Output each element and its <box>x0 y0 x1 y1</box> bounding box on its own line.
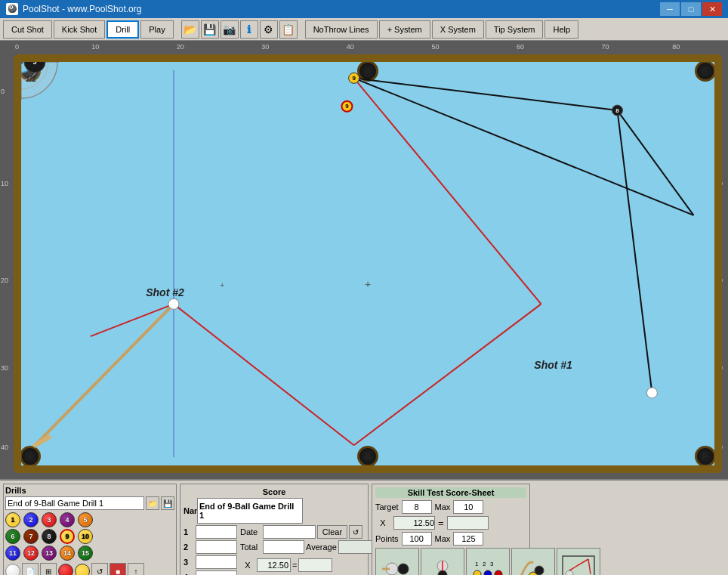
score-num-3: 3 <box>184 558 194 567</box>
config-btn[interactable]: 📄 <box>22 563 39 575</box>
score-input-4[interactable] <box>196 570 237 575</box>
color-btn[interactable]: ■ <box>110 563 126 575</box>
import-icon[interactable]: 📋 <box>279 20 298 39</box>
svg-text:+: + <box>220 281 224 289</box>
refresh-score-btn[interactable]: ↺ <box>349 525 362 539</box>
nothrow-button[interactable]: NoThrow Lines <box>305 20 378 39</box>
score-numbers: 1 2 3 4 5 <box>184 525 237 575</box>
score-input-3[interactable] <box>196 555 237 569</box>
skill-result-input <box>447 516 489 530</box>
svg-text:9: 9 <box>352 75 356 82</box>
ball-11[interactable]: 11 <box>5 546 20 561</box>
ball-7[interactable]: 7 <box>23 529 39 544</box>
drills-folder-btn[interactable]: 📁 <box>146 496 159 510</box>
score-name-field[interactable]: End of 9-Ball Game Drill 1 <box>197 498 303 524</box>
svg-point-46 <box>474 570 481 576</box>
score-input-1[interactable] <box>196 525 237 539</box>
points-row: Points Max <box>375 532 526 546</box>
score-title: Score <box>184 487 365 496</box>
drill-order[interactable]: 1 2 3 Order <box>466 548 510 575</box>
target-label: Target <box>375 502 399 512</box>
svg-text:1/2: 1/2 <box>26 75 36 83</box>
points-input[interactable] <box>402 532 432 546</box>
equals-label: = <box>292 561 297 570</box>
ball-red[interactable] <box>58 564 73 575</box>
total-input[interactable] <box>263 540 304 554</box>
info-icon[interactable]: ℹ <box>240 20 258 39</box>
camera-icon[interactable]: 📷 <box>221 20 239 39</box>
drill-scratch[interactable]: Scratch <box>421 548 464 575</box>
ball-4[interactable]: 4 <box>60 512 75 527</box>
clear-button[interactable]: Clear <box>317 525 347 539</box>
ruler-left: 0 10 20 30 40 <box>0 54 14 473</box>
pool-table[interactable]: A C D F B E <box>14 54 722 473</box>
help-button[interactable]: Help <box>544 20 578 39</box>
ruler-num-50: 50 <box>431 43 439 51</box>
settings-icon[interactable]: ⚙ <box>260 20 278 39</box>
main-table-area[interactable]: 0 10 20 30 40 50 60 70 80 0 10 20 30 40 … <box>0 41 728 479</box>
drills-name-row: 📁 💾 <box>5 496 174 510</box>
svg-line-9 <box>35 304 174 445</box>
x-skill-input[interactable] <box>393 516 435 530</box>
ball-3[interactable]: 3 <box>42 512 57 527</box>
refresh-btn[interactable]: ↺ <box>91 563 108 575</box>
svg-text:1: 1 <box>475 561 479 567</box>
ball-yellow[interactable] <box>75 564 90 575</box>
shot2-label: Shot #2 <box>146 286 184 298</box>
svg-point-50 <box>535 566 544 575</box>
plus-system-button[interactable]: + System <box>379 20 430 39</box>
ruler-v-0: 0 <box>1 88 5 95</box>
arrow-btn[interactable]: ↑ <box>128 563 144 575</box>
tip-system-button[interactable]: Tip System <box>486 20 544 39</box>
ball-12[interactable]: 12 <box>23 546 39 561</box>
date-label: Date <box>240 527 261 536</box>
points-max-input[interactable] <box>453 532 483 546</box>
drill-bankshot[interactable]: BankShot <box>557 548 600 575</box>
open-icon[interactable]: 📂 <box>181 20 199 39</box>
target-input[interactable] <box>402 500 432 514</box>
ball-13[interactable]: 13 <box>42 546 57 561</box>
ball-2[interactable]: 2 <box>23 512 39 527</box>
drills-save-btn[interactable]: 💾 <box>161 496 174 510</box>
cut-shot-button[interactable]: Cut Shot <box>3 20 52 39</box>
save-icon[interactable]: 💾 <box>201 20 219 39</box>
drill-qbinhand[interactable]: QBinHand <box>375 548 419 575</box>
date-input[interactable] <box>263 525 316 539</box>
score-input-2[interactable] <box>196 540 237 554</box>
max-input[interactable] <box>453 500 483 514</box>
bottom-panel: Drills 📁 💾 1 2 3 4 5 6 7 8 9 10 11 12 13… <box>0 479 728 575</box>
total-label: Total <box>240 543 261 552</box>
maximize-button[interactable]: □ <box>681 2 701 16</box>
x-skill-label: X <box>375 518 390 527</box>
x-system-button[interactable]: X System <box>432 20 484 39</box>
minimize-button[interactable]: ─ <box>660 2 680 16</box>
close-button[interactable]: ✕ <box>702 2 722 16</box>
ball-5[interactable]: 5 <box>78 512 93 527</box>
ruler-num-40: 40 <box>347 43 354 51</box>
x-multiplier-input[interactable] <box>257 558 291 572</box>
ball-10[interactable]: 10 <box>78 529 93 544</box>
x-result-input <box>298 558 332 572</box>
grid-btn[interactable]: ⊞ <box>40 563 57 575</box>
svg-text:+: + <box>365 278 371 290</box>
svg-line-53 <box>569 559 588 570</box>
ball-6[interactable]: 6 <box>5 529 20 544</box>
svg-line-4 <box>354 78 541 304</box>
ball-white[interactable] <box>5 564 20 575</box>
drill-button[interactable]: Drill <box>106 20 139 39</box>
ball-15[interactable]: 15 <box>78 546 93 561</box>
felt-area[interactable]: A C D F B E <box>21 62 714 465</box>
score-right: Date Clear ↺ Total Average X = <box>240 525 372 575</box>
target-row: Target Max <box>375 500 526 514</box>
svg-point-38 <box>398 564 409 574</box>
ball-9[interactable]: 9 <box>60 529 75 544</box>
kick-shot-button[interactable]: Kick Shot <box>54 20 105 39</box>
skill-section: Skill Test Score-Sheet Target Max X = Po… <box>372 484 530 575</box>
ball-1[interactable]: 1 <box>5 512 20 527</box>
ruler-num-60: 60 <box>517 43 524 51</box>
ball-8[interactable]: 8 <box>42 529 57 544</box>
ball-14[interactable]: 14 <box>60 546 75 561</box>
drill-jumpshot[interactable]: JumpShot <box>511 548 555 575</box>
drills-name-input[interactable] <box>5 496 144 510</box>
play-button[interactable]: Play <box>140 20 173 39</box>
